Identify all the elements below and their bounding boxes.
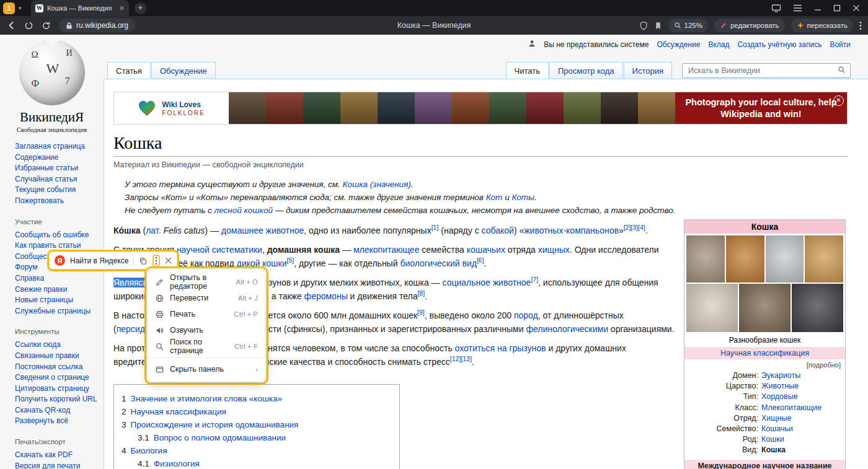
toc-link[interactable]: Происхождение и история одомашнивания xyxy=(131,420,299,429)
context-menu-item[interactable]: Поиск по страницеCtrl + F xyxy=(148,338,265,354)
toc-link[interactable]: Биология xyxy=(131,446,167,455)
taxonomy-value[interactable]: Хордовые xyxy=(761,392,798,402)
sidebar-link[interactable]: Цитировать страницу xyxy=(15,384,100,395)
reload-icon[interactable] xyxy=(42,21,51,30)
address-bar[interactable]: ru.wikipedia.org xyxy=(59,19,135,32)
footnote-ref[interactable]: [12][13] xyxy=(450,355,472,362)
sidebar-link[interactable]: Заглавная страница xyxy=(15,141,100,152)
close-icon[interactable] xyxy=(852,4,860,12)
context-menu-item[interactable]: Скрыть панель› xyxy=(148,361,265,377)
zoom-indicator[interactable]: 125% xyxy=(668,19,708,32)
wiki-link[interactable]: хищных xyxy=(538,245,570,255)
wiki-link[interactable]: охотиться на грызунов xyxy=(455,343,546,353)
search-icon[interactable] xyxy=(838,65,846,76)
sidebar-link[interactable]: Текущие события xyxy=(15,185,100,196)
sidebar-link[interactable]: Постоянная ссылка xyxy=(15,362,100,373)
cast-icon[interactable] xyxy=(771,4,781,12)
personal-link[interactable]: Создать учётную запись xyxy=(737,40,822,49)
toc-link[interactable]: Вопрос о полном одомашнивании xyxy=(154,433,286,442)
retell-button[interactable]: пересказать xyxy=(791,19,853,32)
toc-link[interactable]: Научная классификация xyxy=(131,407,226,416)
edit-page-button[interactable]: редактировать xyxy=(714,19,785,32)
toc-item[interactable]: 1Значение и этимология слова «кошка» xyxy=(122,392,391,405)
sidebar-link[interactable]: Пожертвовать xyxy=(15,196,100,207)
sidebar-link[interactable]: Свежие правки xyxy=(15,284,100,296)
footnote-ref[interactable]: [2][3][4] xyxy=(624,224,645,231)
find-in-yandex-button[interactable]: Найти в Яндексе xyxy=(70,256,128,265)
taxonomy-value[interactable]: Хищные xyxy=(761,413,791,424)
context-menu-item[interactable]: Озвучить xyxy=(148,322,265,338)
wiki-link[interactable]: лесной кошкой xyxy=(215,206,273,215)
bookmark-flag-icon[interactable] xyxy=(654,21,662,30)
classification-link[interactable]: Научная классификация xyxy=(720,349,809,357)
taxonomy-value[interactable]: Кошачьи xyxy=(761,424,793,434)
wiki-link[interactable]: Кошка (значения) xyxy=(343,180,411,189)
kebab-menu-icon[interactable] xyxy=(859,21,862,30)
page-tab[interactable]: История xyxy=(624,62,672,79)
footnote-ref[interactable]: [8] xyxy=(417,289,425,297)
personal-link[interactable]: Вклад xyxy=(708,40,729,49)
footnote-ref[interactable]: [5] xyxy=(287,256,294,264)
taxonomy-value[interactable]: Кошки xyxy=(761,434,784,445)
banner-close-icon[interactable]: ✕ xyxy=(833,95,844,106)
toc-item[interactable]: 4.1Физиология xyxy=(122,457,391,469)
wiki-link[interactable]: млекопитающее xyxy=(353,245,420,255)
wiki-link[interactable]: феромоны xyxy=(304,291,348,301)
sidebar-link[interactable]: Случайная статья xyxy=(15,174,100,185)
toc-item[interactable]: 3Происхождение и история одомашнивания xyxy=(122,418,391,431)
sidebar-link[interactable]: Получить короткий URL xyxy=(15,394,100,405)
new-tab-button[interactable]: + xyxy=(135,2,146,14)
menu-icon[interactable] xyxy=(793,4,802,12)
wiki-link[interactable]: лат. xyxy=(146,226,161,235)
wiki-link[interactable]: животных-компаньонов xyxy=(524,226,619,235)
toc-item[interactable]: 2Научная классификация xyxy=(122,405,391,418)
sidebar-link[interactable]: Скачать QR-код xyxy=(15,405,100,416)
context-menu-item[interactable]: ПеревестиAlt + J xyxy=(148,290,265,306)
tab-close-icon[interactable]: ✕ xyxy=(119,4,125,12)
wiki-link[interactable]: домашнее животное xyxy=(221,226,304,235)
wiki-link[interactable]: социальное животное xyxy=(443,278,531,287)
personal-link[interactable]: Обсуждение xyxy=(657,40,700,49)
sidebar-link[interactable]: Новые страницы xyxy=(15,295,100,306)
back-icon[interactable] xyxy=(6,20,16,30)
toc-item[interactable]: 4Биология xyxy=(122,444,391,457)
taxonomy-value[interactable]: Млекопитающие xyxy=(761,403,822,413)
wiki-link[interactable]: пород xyxy=(514,310,538,320)
wiki-loves-folklore-banner[interactable]: Wiki Loves FOLKLORE Photograph your loca… xyxy=(113,92,848,125)
page-tab[interactable]: Просмотр кода xyxy=(549,62,623,79)
wiki-link[interactable]: Коты xyxy=(512,193,534,202)
sidebar-link[interactable]: Служебные страницы xyxy=(15,306,100,317)
wiki-search-input[interactable] xyxy=(687,66,838,76)
footnote-ref[interactable]: [1] xyxy=(432,224,439,231)
profile-chevron-icon[interactable]: ▼ xyxy=(17,6,22,11)
site-permissions-icon[interactable] xyxy=(24,21,33,30)
taxonomy-value[interactable]: Эукариоты xyxy=(761,370,800,381)
wiki-link[interactable]: собакой xyxy=(482,226,514,235)
wiki-search-box[interactable] xyxy=(682,63,851,78)
sidebar-link[interactable]: Содержание xyxy=(15,152,100,164)
context-menu-item[interactable]: ПечатьCtrl + P xyxy=(148,306,265,322)
wiki-link[interactable]: биологический вид xyxy=(400,258,477,268)
wiki-link[interactable]: научной систематики xyxy=(177,245,262,255)
sidebar-link[interactable]: Версия для печати xyxy=(15,461,100,469)
selection-kebab-icon[interactable] xyxy=(155,256,157,265)
classification-details-link[interactable]: [подробно] xyxy=(684,359,845,369)
sidebar-link[interactable]: Развернуть всё xyxy=(15,416,100,427)
selection-close-icon[interactable] xyxy=(165,257,172,264)
sidebar-link[interactable]: Избранные статьи xyxy=(15,163,100,174)
sidebar-link[interactable]: Ссылки сюда xyxy=(15,340,100,351)
sidebar-link[interactable]: Сведения о странице xyxy=(15,372,100,384)
profile-badge[interactable]: 1 xyxy=(3,2,15,14)
wiki-link[interactable]: фелинологическими xyxy=(526,324,608,334)
copy-icon[interactable] xyxy=(139,256,148,265)
page-tab[interactable]: Статья xyxy=(107,62,151,79)
personal-link[interactable]: Войти xyxy=(830,40,851,49)
sidebar-link[interactable]: Сообщить об ошибке xyxy=(15,230,100,241)
protect-shield-icon[interactable] xyxy=(639,21,648,30)
footnote-ref[interactable]: [6] xyxy=(477,256,484,264)
wikipedia-logo[interactable]: ΩИWФ7 xyxy=(19,40,85,105)
toc-item[interactable]: 3.1Вопрос о полном одомашнивании xyxy=(122,431,391,444)
browser-tab[interactable]: W Кошка — Википедия ✕ xyxy=(31,0,129,16)
footnote-ref[interactable]: [7] xyxy=(531,276,538,283)
wiki-link[interactable]: Кот xyxy=(486,193,503,202)
